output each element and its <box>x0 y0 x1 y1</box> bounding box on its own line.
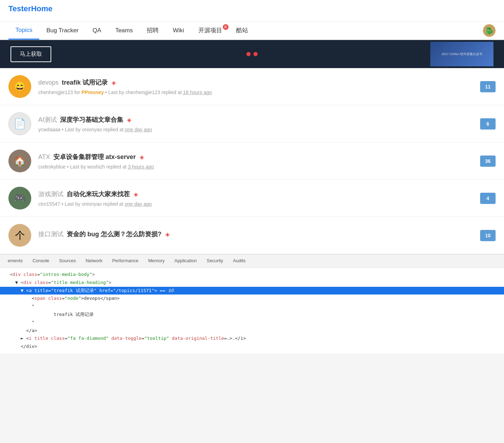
topic-for: for <box>74 90 81 95</box>
topic-title: 接口测试 资金的 bug 怎么测？怎么防资损? ◈ <box>38 230 473 238</box>
topic-main-title[interactable]: 资金的 bug 怎么测？怎么防资损? <box>67 231 161 238</box>
topic-content: devops treafik 试用记录 ◈ chenhengjie123 for… <box>38 78 473 95</box>
devtools-tab-network[interactable]: Network <box>81 254 107 267</box>
logo[interactable]: TesterHome <box>8 4 53 13</box>
nav-item-opensource[interactable]: 开源项目 新 <box>191 21 229 39</box>
diamond-icon: ◈ <box>127 117 131 123</box>
nav-badge-new: 新 <box>223 24 228 30</box>
topic-meta: codeskyblue • Last by woshizh replied at… <box>38 164 473 170</box>
topic-tag: devops <box>38 79 59 86</box>
nav-item-coolsite[interactable]: 酷站 <box>229 21 255 39</box>
code-line: " <box>0 319 504 327</box>
nav-item-teams[interactable]: Teams <box>108 22 140 39</box>
topic-time: 3 hours ago <box>128 164 154 170</box>
topic-count: 36 <box>480 156 496 167</box>
code-line: ► <i title class="fa fa-diamond" data-to… <box>0 335 504 343</box>
topic-tag: ATX <box>38 153 50 160</box>
code-line: <div class="intros-media-body"> <box>0 271 504 279</box>
header: TesterHome <box>0 0 504 21</box>
banner-ad: 2017 CHINA 软件质量白皮书 <box>430 42 493 66</box>
topic-time: one day ago <box>125 127 152 132</box>
devtools-panel: ements Console Sources Network Performan… <box>0 254 504 353</box>
devtools-tab-memory[interactable]: Memory <box>143 254 170 267</box>
topic-content: AI测试 深度学习基础文章合集 ◈ ycwdaaaa • Last by oni… <box>38 115 473 132</box>
devtools-tabs: ements Console Sources Network Performan… <box>0 254 504 268</box>
avatar: 🏠 <box>8 150 31 172</box>
main-nav: Topics Bug Tracker QA Teams 招聘 Wiki 开源项目… <box>0 21 504 40</box>
devtools-tab-application[interactable]: Application <box>170 254 202 267</box>
nav-item-topics[interactable]: Topics <box>8 22 39 40</box>
topic-item[interactable]: 🏠 ATX 安卓设备集群管理 atx-server ◈ codeskyblue … <box>0 143 504 180</box>
topic-item[interactable]: 个 接口测试 资金的 bug 怎么测？怎么防资损? ◈ 10 <box>0 217 504 254</box>
topic-tag: AI测试 <box>38 116 57 123</box>
topic-meta: ctro15547 • Last by onionyao replied at … <box>38 201 473 207</box>
topic-author: ycwdaaaa <box>38 127 60 132</box>
banner-dot-2[interactable] <box>253 52 258 56</box>
topic-content: ATX 安卓设备集群管理 atx-server ◈ codeskyblue • … <box>38 153 473 170</box>
banner-dots <box>246 52 258 56</box>
topic-title: devops treafik 试用记录 ◈ <box>38 78 473 87</box>
devtools-tab-audits[interactable]: Audits <box>228 254 251 267</box>
topic-item[interactable]: 🎮 游戏测试 自动化来玩大家来找茬 ◈ ctro15547 • Last by … <box>0 180 504 217</box>
topic-main-title[interactable]: 深度学习基础文章合集 <box>60 116 123 123</box>
banner-dot-1[interactable] <box>246 52 251 56</box>
code-line: " <box>0 303 504 311</box>
topic-count: 4 <box>480 193 496 204</box>
topic-author: ctro15547 <box>38 201 60 207</box>
topic-title: ATX 安卓设备集群管理 atx-server ◈ <box>38 153 473 161</box>
code-line: <span class="node">devops</span> <box>0 295 504 303</box>
diamond-icon: ◈ <box>112 80 116 86</box>
topic-author: chenhengjie123 <box>38 90 73 95</box>
topic-title: 游戏测试 自动化来玩大家来找茬 ◈ <box>38 190 473 198</box>
topic-content: 接口测试 资金的 bug 怎么测？怎么防资损? ◈ <box>38 230 473 241</box>
user-avatar[interactable]: 🐉 <box>483 24 496 37</box>
diamond-icon: ◈ <box>165 231 170 237</box>
nav-item-wiki[interactable]: Wiki <box>166 22 191 39</box>
devtools-tab-console[interactable]: Console <box>28 254 54 267</box>
banner-cta-button[interactable]: 马上获取 <box>11 46 51 62</box>
avatar: 📄 <box>8 112 31 135</box>
code-line: ▼ <div class="title media-heading"> <box>0 279 504 287</box>
topic-tag: 接口测试 <box>38 231 64 238</box>
nav-item-qa[interactable]: QA <box>86 22 108 39</box>
topic-main-title[interactable]: 自动化来玩大家来找茬 <box>67 191 130 198</box>
topic-main-title[interactable]: 安卓设备集群管理 atx-server <box>53 153 136 160</box>
topic-content: 游戏测试 自动化来玩大家来找茬 ◈ ctro15547 • Last by on… <box>38 190 473 207</box>
devtools-body: <div class="intros-media-body"> ▼ <div c… <box>0 268 504 353</box>
topic-count: 10 <box>480 230 496 241</box>
code-line: </a> <box>0 327 504 335</box>
topic-author: codeskyblue <box>38 164 66 170</box>
topic-time: 18 hours ago <box>183 90 212 95</box>
topic-item[interactable]: 😄 devops treafik 试用记录 ◈ chenhengjie123 f… <box>0 68 504 105</box>
nav-item-jobs[interactable]: 招聘 <box>140 21 166 39</box>
topic-title: AI测试 深度学习基础文章合集 ◈ <box>38 115 473 124</box>
code-line-highlighted[interactable]: ▼ <a title="treafik 试用记录" href="/topics/… <box>0 287 504 295</box>
devtools-tab-performance[interactable]: Performance <box>107 254 143 267</box>
topic-sponsor[interactable]: PPmoney <box>81 90 104 95</box>
nav-item-bugtracker[interactable]: Bug Tracker <box>39 22 86 39</box>
avatar: 🎮 <box>8 187 31 210</box>
topic-main-title[interactable]: treafik 试用记录 <box>62 79 108 86</box>
topic-count: 11 <box>480 81 496 92</box>
diamond-icon: ◈ <box>134 191 138 197</box>
topic-item[interactable]: 📄 AI测试 深度学习基础文章合集 ◈ ycwdaaaa • Last by o… <box>0 105 504 143</box>
avatar: 个 <box>8 224 31 247</box>
banner: 马上获取 2017 CHINA 软件质量白皮书 <box>0 40 504 68</box>
avatar: 😄 <box>8 75 31 98</box>
devtools-tab-elements[interactable]: ements <box>3 254 28 267</box>
diamond-icon: ◈ <box>140 154 144 160</box>
topic-count: 6 <box>480 118 496 130</box>
code-line: treafik 试用记录 <box>0 311 504 319</box>
topic-meta: chenhengjie123 for PPmoney • Last by che… <box>38 90 473 95</box>
topic-meta: ycwdaaaa • Last by onionyao replied at o… <box>38 127 473 132</box>
topic-tag: 游戏测试 <box>38 191 64 198</box>
topic-time: one day ago <box>125 201 152 207</box>
topic-list-wrapper: 😄 devops treafik 试用记录 ◈ chenhengjie123 f… <box>0 68 504 254</box>
topic-list: 😄 devops treafik 试用记录 ◈ chenhengjie123 f… <box>0 68 504 254</box>
devtools-tab-sources[interactable]: Sources <box>54 254 81 267</box>
devtools-tab-security[interactable]: Security <box>202 254 228 267</box>
avatar-icon: 🐉 <box>483 24 496 37</box>
code-line: </div> <box>0 343 504 351</box>
